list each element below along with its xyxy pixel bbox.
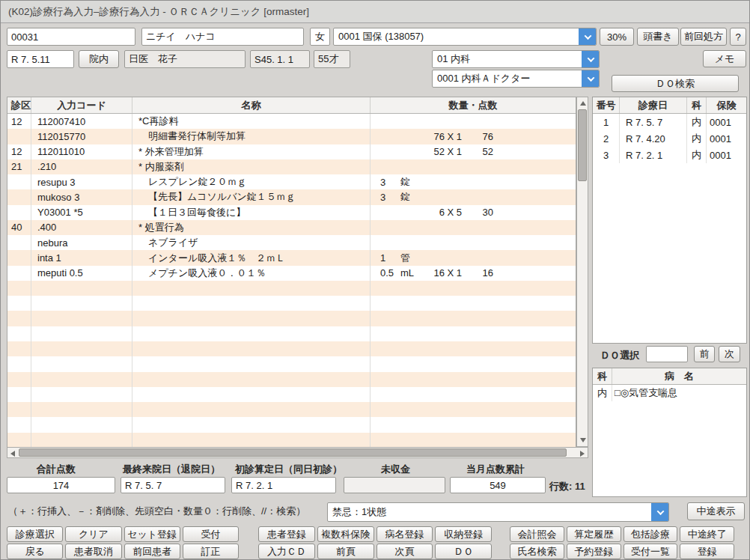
- col-code: 入力コード: [31, 97, 132, 113]
- disease-register-button[interactable]: 病名登録: [376, 526, 433, 542]
- do-search-button[interactable]: ＤＯ検索: [612, 75, 739, 92]
- entry-row-empty[interactable]: [7, 296, 576, 311]
- entry-cell-name: [132, 356, 371, 371]
- entry-cell-name: ネブライザ: [132, 235, 371, 250]
- memo-button[interactable]: メモ: [703, 50, 746, 67]
- entry-row[interactable]: inta 1 インタール吸入液１％ ２ｍＬ1管: [7, 250, 576, 265]
- visit-history-row[interactable]: 3R 7. 2. 1内0001: [593, 147, 746, 163]
- entry-cell-name: 【先長】ムコソルバン錠１５ｍｇ: [132, 189, 371, 204]
- last-visit-value: R 7. 5. 7: [121, 477, 225, 493]
- visit-history-row[interactable]: 2R 7. 4.20内0001: [593, 130, 746, 147]
- chevron-down-icon[interactable]: [582, 50, 600, 68]
- reservation-register-button[interactable]: 予約登録: [567, 544, 621, 559]
- entry-row[interactable]: meputi 0.5 メプチン吸入液０．０１％0.5mL16 X 116: [7, 266, 576, 281]
- visit-cell: 1: [593, 114, 620, 130]
- entry-row[interactable]: 12112007410*C再診料: [7, 114, 576, 129]
- back-button[interactable]: 戻る: [7, 544, 63, 559]
- entry-row-empty[interactable]: [7, 372, 576, 387]
- entry-cell-cls: [7, 311, 31, 326]
- q-calc: 52 X 1: [433, 146, 462, 157]
- entry-row[interactable]: mukoso 3 【先長】ムコソルバン錠１５ｍｇ3錠: [7, 189, 576, 204]
- entry-row-empty[interactable]: [7, 417, 576, 432]
- col-dept: 科: [687, 97, 707, 113]
- scroll-up-icon[interactable]: [580, 101, 586, 106]
- help-button[interactable]: ?: [730, 28, 746, 46]
- previous-patient-button[interactable]: 前回患者: [124, 544, 180, 559]
- vertical-scrollbar-thumb[interactable]: [578, 109, 587, 181]
- register-button[interactable]: 登録: [680, 544, 734, 559]
- entry-row[interactable]: Y03001 *5 【１日３回毎食後に】6 X 530: [7, 205, 576, 220]
- input-cd-button[interactable]: 入力ＣＤ: [258, 544, 315, 559]
- vertical-scrollbar[interactable]: [576, 97, 588, 447]
- insurance-select[interactable]: 0001 国保 (138057): [333, 28, 597, 46]
- horizontal-scrollbar-thumb[interactable]: [19, 448, 567, 457]
- entry-row[interactable]: nebura ネブライザ: [7, 235, 576, 250]
- patient-cancel-button[interactable]: 患者取消: [65, 544, 121, 559]
- button-group-2-row-2: 入力ＣＤ前頁次頁ＤＯ: [258, 544, 492, 559]
- chevron-down-icon[interactable]: [579, 28, 597, 46]
- entry-cell-code: mukoso 3: [31, 189, 132, 204]
- do-next-button[interactable]: 次: [719, 346, 740, 362]
- entry-row[interactable]: 12112011010* 外来管理加算52 X 152: [7, 144, 576, 159]
- kinki-select[interactable]: 禁忌：1状態: [327, 502, 669, 522]
- reception-button[interactable]: 受付: [183, 526, 239, 542]
- account-inquiry-button[interactable]: 会計照会: [510, 526, 564, 542]
- multi-dept-insurance-button[interactable]: 複数科保険: [317, 526, 374, 542]
- entry-row-empty[interactable]: [7, 387, 576, 402]
- department-select[interactable]: 01 内科: [432, 50, 600, 68]
- entry-row-empty[interactable]: [7, 281, 576, 296]
- previous-prescription-button[interactable]: 前回処方: [680, 28, 727, 46]
- name-search-button[interactable]: 氏名検索: [510, 544, 564, 559]
- patient-kana-input[interactable]: ニチイ ハナコ: [141, 28, 304, 46]
- entry-cell-cls: [7, 356, 31, 371]
- col-qty: 数量・点数: [371, 97, 576, 113]
- chevron-down-icon[interactable]: [651, 502, 669, 522]
- disease-row[interactable]: 内□◎気管支喘息: [593, 385, 746, 401]
- calc-history-button[interactable]: 算定履歴: [567, 526, 621, 542]
- patient-id-input[interactable]: 00031: [7, 28, 135, 46]
- chuto-display-button[interactable]: 中途表示: [687, 502, 745, 520]
- scroll-left-icon[interactable]: [10, 451, 15, 457]
- entry-cell-code: resupu 3: [31, 174, 132, 189]
- entry-cell-code: [31, 433, 132, 448]
- entry-cell-cls: [7, 402, 31, 417]
- entry-row-empty[interactable]: [7, 326, 576, 341]
- entry-cell-code: inta 1: [31, 250, 132, 265]
- do-prev-button[interactable]: 前: [694, 346, 715, 362]
- entry-row[interactable]: resupu 3 レスプレン錠２０ｍｇ3錠: [7, 174, 576, 189]
- do-button[interactable]: ＤＯ: [435, 544, 492, 559]
- visit-date-input[interactable]: R 7. 5.11: [7, 50, 74, 68]
- atamagaki-button[interactable]: 頭書き: [637, 28, 679, 46]
- patient-register-button[interactable]: 患者登録: [258, 526, 315, 542]
- chevron-down-icon[interactable]: [582, 70, 600, 88]
- scroll-right-icon[interactable]: [580, 451, 585, 457]
- clear-button[interactable]: クリア: [65, 526, 121, 542]
- prev-page-button[interactable]: 前頁: [317, 544, 374, 559]
- entry-row-empty[interactable]: [7, 433, 576, 448]
- comprehensive-care-button[interactable]: 包括診療: [624, 526, 678, 542]
- entry-row[interactable]: 21.210* 内服薬剤: [7, 159, 576, 174]
- entry-row-empty[interactable]: [7, 341, 576, 356]
- doctor-select[interactable]: 0001 内科Ａドクター: [432, 70, 600, 88]
- horizontal-scrollbar[interactable]: [7, 447, 588, 458]
- entry-row[interactable]: 40.400* 処置行為: [7, 220, 576, 235]
- entry-row[interactable]: 112015770 明細書発行体制等加算76 X 176: [7, 129, 576, 144]
- reception-list-button[interactable]: 受付一覧: [624, 544, 678, 559]
- interim-end-button[interactable]: 中途終了: [680, 526, 734, 542]
- entry-row-empty[interactable]: [7, 356, 576, 371]
- line-count-label: 行数:: [549, 481, 572, 492]
- do-select-label: ＤＯ選択: [600, 349, 639, 362]
- next-page-button[interactable]: 次頁: [376, 544, 433, 559]
- q-qty: 1: [380, 252, 385, 264]
- do-select-input[interactable]: [646, 346, 688, 362]
- innai-button[interactable]: 院内: [79, 50, 119, 68]
- scroll-down-icon[interactable]: [580, 438, 586, 442]
- q-qty: 3: [380, 192, 385, 203]
- entry-row-empty[interactable]: [7, 402, 576, 417]
- visit-history-row[interactable]: 1R 7. 5. 7内0001: [593, 114, 746, 130]
- entry-row-empty[interactable]: [7, 311, 576, 326]
- correction-button[interactable]: 訂正: [183, 544, 239, 559]
- exam-select-button[interactable]: 診療選択: [7, 526, 63, 542]
- payment-register-button[interactable]: 収納登録: [435, 526, 492, 542]
- set-register-button[interactable]: セット登録: [124, 526, 180, 542]
